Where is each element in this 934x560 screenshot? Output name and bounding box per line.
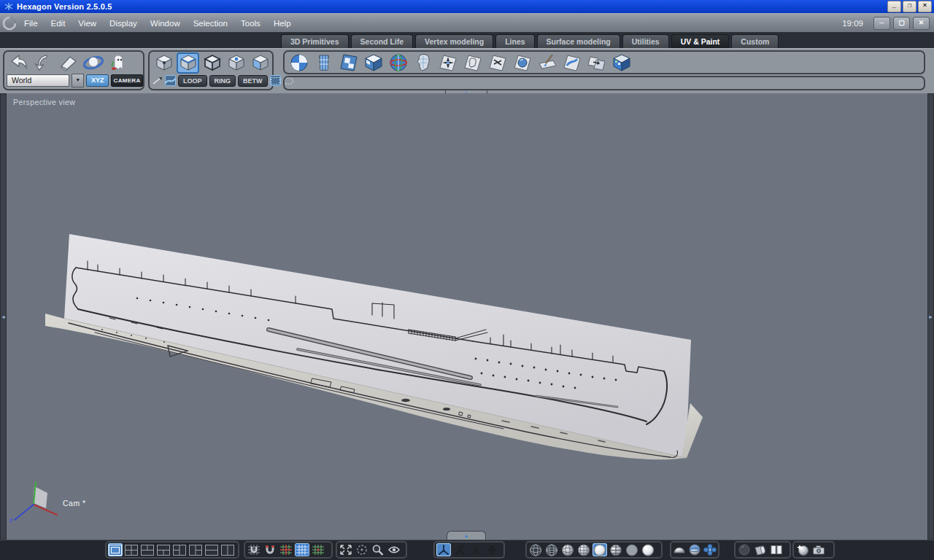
menu-help[interactable]: Help [267,19,298,28]
pin-unfold-icon[interactable] [436,52,460,74]
fit-all-icon[interactable] [339,543,353,556]
layout-left-split-icon[interactable] [172,543,187,556]
drop-to-ground-icon[interactable] [485,543,499,556]
layout-two-rows-icon[interactable] [204,543,219,556]
tab-3d-primitives[interactable]: 3D Primitives [281,34,349,48]
fold-plane-icon[interactable] [486,52,509,74]
undo-arrow-icon[interactable] [7,52,31,74]
cylindrical-uv-icon[interactable] [312,52,336,74]
camera-snapshot-icon[interactable] [811,543,826,556]
world-selector[interactable]: World [7,74,69,87]
window-title: Hexagon Version 2.5.0.5 [17,2,112,11]
ghost-icon[interactable] [107,52,130,74]
multi-edge-cube-icon[interactable] [201,52,223,74]
planar-uv-icon[interactable] [337,52,360,74]
paint-brush-icon[interactable] [536,52,559,74]
shaded-grid-sphere-icon[interactable] [576,543,591,556]
layout-three-bottom-icon[interactable] [156,543,171,556]
menu-window[interactable]: Window [144,19,187,28]
layout-single-icon[interactable] [108,543,123,556]
perspective-viewport[interactable]: Perspective view Cam * z ◄ ► ▲ [0,93,934,540]
textured-sphere-icon[interactable] [609,543,623,556]
tab-lines[interactable]: Lines [495,34,534,48]
tab-custom[interactable]: Custom [731,34,779,48]
grid-green-icon[interactable] [311,543,325,556]
planet-icon[interactable] [82,52,105,74]
flat-sphere-icon[interactable] [625,543,639,556]
minimize-button[interactable]: _ [887,1,901,12]
grid-snap-icon[interactable] [247,543,261,556]
pages-icon[interactable] [769,543,784,556]
menu-tools[interactable]: Tools [234,19,267,28]
grid-blue-icon[interactable] [295,543,309,556]
face-point-cube-icon[interactable] [225,52,248,74]
line-tool-icon[interactable] [152,75,163,86]
paint-plane-icon[interactable] [560,52,584,74]
3d-scene[interactable] [0,93,934,540]
gore-unwrap-icon[interactable] [387,52,410,74]
uv-move-icon[interactable] [585,52,609,74]
layout-quad-icon[interactable] [124,543,139,556]
gizmo-icon[interactable] [436,543,451,556]
render-sphere-icon[interactable] [795,543,810,556]
tab-uv-paint[interactable]: UV & Paint [671,34,730,48]
sphere-pin-icon[interactable] [511,52,534,74]
world-dropdown-arrow[interactable]: ▼ [72,74,84,88]
wireframe-dense-sphere-icon[interactable] [544,543,559,556]
head-unwrap-icon[interactable] [461,52,485,74]
tab-utilities[interactable]: Utilities [622,34,669,48]
magnet-icon[interactable] [263,543,277,556]
menu-selection[interactable]: Selection [187,19,234,28]
move-axes-icon[interactable] [452,543,467,556]
edge-select-cube-icon[interactable] [177,52,199,74]
texture-cube-icon[interactable] [610,52,633,74]
face-select-cube-icon[interactable] [250,52,272,74]
title-bar[interactable]: Hexagon Version 2.5.0.5 _ ❐ × [0,0,934,13]
marquee-select-icon[interactable] [270,75,281,86]
bright-sphere-icon[interactable] [641,543,655,556]
curve-tool-icon[interactable] [165,75,176,86]
zoom-icon[interactable] [371,543,385,556]
restore-button[interactable]: ❐ [903,1,916,12]
redo-arrow-icon[interactable] [32,52,55,74]
menu-edit[interactable]: Edit [45,19,72,28]
layout-two-cols-icon[interactable] [220,543,235,556]
shaded-wire-sphere-icon[interactable] [560,543,575,556]
tab-surface-modeling[interactable]: Surface modeling [537,34,620,48]
tab-second-life[interactable]: Second Life [351,34,414,48]
smooth-shaded-sphere-icon[interactable] [593,543,607,556]
layout-three-top-icon[interactable] [140,543,155,556]
xyz-button[interactable]: XYZ [86,74,109,87]
menu-view[interactable]: View [72,19,103,28]
scale-axes-icon[interactable] [468,543,483,556]
cubic-uv-icon[interactable] [362,52,385,74]
spherical-uv-icon[interactable] [287,52,311,74]
ring-button[interactable]: RING [209,75,236,87]
menu-display[interactable]: Display [103,19,144,28]
dome-icon[interactable] [673,543,687,556]
tab-vertex-modeling[interactable]: Vertex modeling [415,34,493,48]
visibility-eye-icon[interactable] [387,543,401,556]
pane-maximize-button[interactable]: ▢ [893,17,910,30]
camera-button[interactable]: CAMERA [111,74,143,87]
betw-button[interactable]: BETW [238,75,268,87]
dim-sphere-icon[interactable] [737,543,752,556]
grid-axes-icon[interactable] [279,543,293,556]
menu-file[interactable]: File [18,19,45,28]
viewport-label: Perspective view [13,98,75,106]
pane-close-button[interactable]: ✕ [913,17,930,30]
clover-normals-icon[interactable] [703,543,717,556]
center-selection-icon[interactable] [355,543,369,556]
sphere-seam-icon[interactable] [688,543,702,556]
wireframe-sphere-icon[interactable] [528,543,543,556]
loop-button[interactable]: LOOP [178,75,207,87]
head-uv-icon[interactable] [412,52,435,74]
eraser-icon[interactable] [57,52,80,74]
pane-minimize-button[interactable]: ─ [873,17,890,30]
close-button[interactable]: × [918,1,932,12]
vertex-select-cube-icon[interactable] [153,52,175,74]
left-panel-collapse-handle[interactable]: ◄ [0,93,7,540]
layout-right-split-icon[interactable] [188,543,203,556]
right-panel-collapse-handle[interactable]: ► [927,93,934,540]
cylinder-tube-icon[interactable] [753,543,768,556]
